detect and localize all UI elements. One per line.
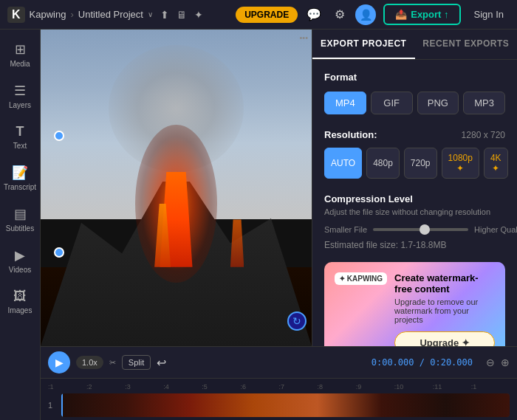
slider-label-right: Higher Quality xyxy=(474,225,517,234)
format-png-button[interactable]: PNG xyxy=(417,92,459,114)
timeline: ▶ 1.0x ✂ Split ↩ 0:00.000 / 0:20.000 ⊖ ⊕ xyxy=(41,346,517,420)
avatar-button[interactable]: 👤 xyxy=(355,4,376,25)
signin-button[interactable]: Sign In xyxy=(468,6,510,23)
settings-icon-button[interactable]: ⚙ xyxy=(332,4,348,24)
resolution-value: 1280 x 720 xyxy=(462,130,505,140)
slider-label-left: Smaller File xyxy=(324,225,367,234)
sidebar-label-transcript: Transcript xyxy=(4,183,36,191)
resolution-label: Resolution: xyxy=(324,129,377,140)
ruler-mark: :7 xyxy=(278,383,317,390)
export-label: Export ↑ xyxy=(411,9,448,20)
upgrade-yellow-button[interactable]: Upgrade ✦ xyxy=(394,331,495,346)
res-auto-button[interactable]: AUTO xyxy=(324,148,362,179)
logo-area: K Kapwing › Untitled Project ∨ ⬆ 🖥 ✦ xyxy=(7,7,203,23)
split-button[interactable]: Split xyxy=(122,355,151,370)
magic-icon[interactable]: ✦ xyxy=(194,9,203,21)
video-canvas xyxy=(41,30,312,346)
play-button[interactable]: ▶ xyxy=(48,351,70,373)
track-thumbnail xyxy=(61,393,510,417)
banner-logo-area: ✦ KAPWING xyxy=(335,272,387,346)
res-480p-button[interactable]: 480p xyxy=(366,148,400,179)
sync-icon-button[interactable]: ↻ xyxy=(287,311,307,331)
tab-recent-exports[interactable]: RECENT EXPORTS xyxy=(415,30,518,59)
brand-name: Kapwing xyxy=(30,9,66,20)
time-display: 0:00.000 / 0:20.000 xyxy=(372,357,473,368)
project-title: Untitled Project xyxy=(78,9,143,20)
layers-icon: ☰ xyxy=(14,83,26,99)
sidebar-item-images[interactable]: 🖼 Images xyxy=(2,283,38,320)
panel-body: Format MP4 GIF PNG MP3 Resolution: 1280 … xyxy=(312,60,517,346)
ruler-mark: :2 xyxy=(86,383,125,390)
timeline-track-area: :1 :2 :3 :4 :5 :6 :7 :8 :9 :10 :11 :1 1 xyxy=(41,379,517,420)
export-icon: 📤 xyxy=(395,9,407,20)
sidebar-label-images: Images xyxy=(8,306,32,314)
playhead[interactable] xyxy=(61,393,63,417)
zoom-out-icon[interactable]: ⊖ xyxy=(486,357,495,368)
compression-slider-container: Smaller File Higher Quality xyxy=(324,225,505,234)
resolution-buttons: AUTO 480p 720p 1080p ✦ 4K ✦ xyxy=(324,148,505,179)
images-icon: 🖼 xyxy=(13,289,27,304)
comment-icon-button[interactable]: 💬 xyxy=(304,4,324,24)
desktop-icon[interactable]: 🖥 xyxy=(177,9,187,21)
text-icon: T xyxy=(16,124,24,140)
track-row: 1 xyxy=(48,393,510,417)
upper-area: ↻ ••• EXPORT PROJECT RECENT EXPORTS Form… xyxy=(41,30,517,346)
project-chevron-icon[interactable]: ∨ xyxy=(148,10,153,18)
res-4k-button[interactable]: 4K ✦ xyxy=(484,148,508,179)
sidebar-item-text[interactable]: T Text xyxy=(2,118,38,156)
ruler-mark: :1 xyxy=(48,383,86,390)
banner-title: Create watermark-free content xyxy=(394,272,495,295)
format-mp3-button[interactable]: MP3 xyxy=(463,92,505,114)
sidebar-item-subtitles[interactable]: ▤ Subtitles xyxy=(2,200,38,238)
undo-button[interactable]: ↩ xyxy=(157,356,166,370)
format-gif-button[interactable]: GIF xyxy=(371,92,413,114)
sidebar-item-layers[interactable]: ☰ Layers xyxy=(2,77,38,115)
slider-row: Smaller File Higher Quality xyxy=(324,225,505,234)
ruler-mark: :1 xyxy=(471,383,510,390)
ruler-mark: :9 xyxy=(356,383,394,390)
track-strip[interactable] xyxy=(61,393,510,417)
topbar-icons: 💬 ⚙ 👤 📤 Export ↑ Sign In xyxy=(304,4,510,25)
sidebar-item-transcript[interactable]: 📝 Transcript xyxy=(2,159,38,197)
file-size-display: Estimated file size: 1.7-18.8MB xyxy=(324,240,505,250)
brand-logo: K xyxy=(7,7,25,23)
res-720p-button[interactable]: 720p xyxy=(404,148,437,179)
lava-detail-2 xyxy=(230,219,244,266)
zoom-in-icon[interactable]: ⊕ xyxy=(501,357,510,368)
upgrade-button[interactable]: UPGRADE xyxy=(236,7,298,23)
ruler-mark: :10 xyxy=(394,383,433,390)
banner-text-area: Create watermark-free content Upgrade to… xyxy=(394,272,495,346)
content-area: ↻ ••• EXPORT PROJECT RECENT EXPORTS Form… xyxy=(41,30,517,420)
right-panel: EXPORT PROJECT RECENT EXPORTS Format MP4… xyxy=(312,30,517,346)
ruler-mark: :11 xyxy=(433,383,471,390)
sidebar-label-layers: Layers xyxy=(9,101,31,109)
time-total: 0:20.000 xyxy=(430,357,473,368)
format-label: Format xyxy=(324,72,505,83)
sidebar-label-media: Media xyxy=(10,60,30,68)
share-icon[interactable]: ⬆ xyxy=(160,9,169,21)
timeline-right-icons: ⊖ ⊕ xyxy=(486,357,510,368)
watermark-banner: ✦ KAPWING Create watermark-free content … xyxy=(324,262,505,346)
res-1080p-button[interactable]: 1080p ✦ xyxy=(442,148,479,179)
panel-tabs: EXPORT PROJECT RECENT EXPORTS xyxy=(312,30,517,60)
resolution-row: Resolution: 1280 x 720 xyxy=(324,129,505,140)
sidebar-item-videos[interactable]: ▶ Videos xyxy=(2,241,38,280)
time-current: 0:00.000 xyxy=(372,357,414,368)
ruler-mark: :6 xyxy=(240,383,278,390)
transcript-icon: 📝 xyxy=(12,165,28,181)
banner-inner: ✦ KAPWING Create watermark-free content … xyxy=(335,272,495,346)
video-area: ↻ ••• xyxy=(41,30,312,346)
media-icon: ⊞ xyxy=(15,41,26,58)
sidebar-item-media[interactable]: ⊞ Media xyxy=(2,35,38,74)
subtitles-icon: ▤ xyxy=(14,206,27,222)
compression-slider[interactable] xyxy=(373,228,468,231)
more-options-icon[interactable]: ••• xyxy=(299,33,308,42)
compression-label: Compression Level xyxy=(324,193,505,204)
scissors-icon[interactable]: ✂ xyxy=(109,358,116,368)
tab-export-project[interactable]: EXPORT PROJECT xyxy=(312,30,415,59)
speed-button[interactable]: 1.0x xyxy=(76,356,103,369)
breadcrumb-separator: › xyxy=(70,9,73,20)
track-number: 1 xyxy=(48,401,57,410)
format-mp4-button[interactable]: MP4 xyxy=(324,92,366,114)
export-button[interactable]: 📤 Export ↑ xyxy=(383,4,460,25)
